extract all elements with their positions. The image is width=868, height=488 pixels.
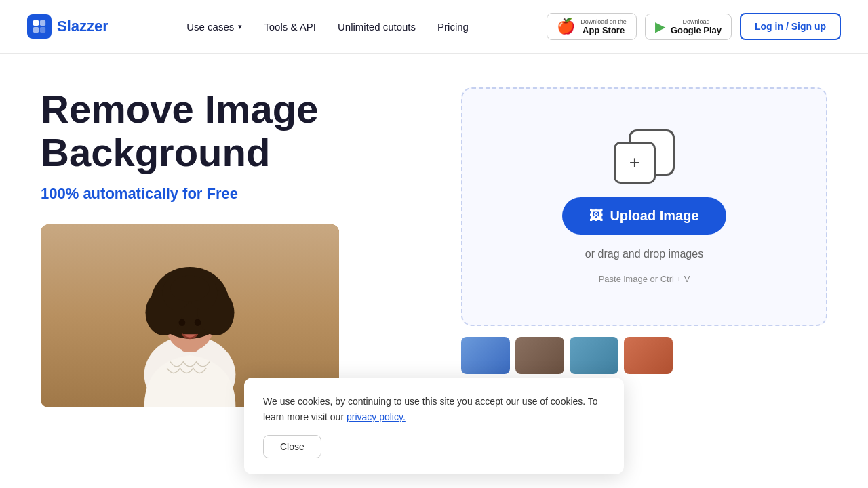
main-content: Remove Image Background 100% automatical… bbox=[0, 87, 868, 407]
logo-link[interactable]: Slazzer bbox=[27, 14, 108, 39]
svg-rect-0 bbox=[33, 20, 39, 26]
svg-rect-1 bbox=[40, 20, 45, 26]
google-play-button[interactable]: ▶ Download Google Play bbox=[645, 14, 732, 40]
nav-tools-api[interactable]: Tools & API bbox=[264, 21, 316, 33]
sample-thumb-1[interactable] bbox=[461, 337, 510, 374]
upload-dropzone[interactable]: + 🖼 Upload Image or drag and drop images… bbox=[461, 87, 827, 326]
google-play-icon: ▶ bbox=[655, 18, 665, 35]
app-store-button[interactable]: 🍎 Download on the App Store bbox=[547, 13, 637, 40]
apple-icon: 🍎 bbox=[557, 18, 575, 35]
cookie-message: We use cookies, by continuing to use thi… bbox=[263, 394, 605, 424]
paste-hint-text: Paste image or Ctrl + V bbox=[599, 274, 690, 284]
sample-thumb-2[interactable] bbox=[515, 337, 564, 374]
svg-point-14 bbox=[195, 319, 201, 326]
nav-use-cases[interactable]: Use cases ▾ bbox=[186, 21, 242, 33]
image-upload-icon: 🖼 bbox=[589, 208, 603, 224]
nav-links: Use cases ▾ Tools & API Unlimited cutout… bbox=[186, 21, 469, 33]
logo-text: Slazzer bbox=[57, 18, 108, 35]
cookie-banner: We use cookies, by continuing to use thi… bbox=[244, 378, 624, 474]
drag-drop-text: or drag and drop images bbox=[585, 248, 703, 260]
left-content: Remove Image Background 100% automatical… bbox=[41, 87, 434, 407]
nav-pricing[interactable]: Pricing bbox=[437, 21, 469, 33]
plus-icon: + bbox=[629, 152, 640, 174]
svg-point-13 bbox=[179, 319, 186, 326]
upload-image-button[interactable]: 🖼 Upload Image bbox=[562, 197, 726, 235]
svg-rect-3 bbox=[40, 27, 45, 33]
nav-right: 🍎 Download on the App Store ▶ Download G… bbox=[547, 13, 841, 40]
sample-thumb-3[interactable] bbox=[570, 337, 618, 374]
cookie-close-button[interactable]: Close bbox=[263, 435, 321, 458]
logo-icon bbox=[27, 14, 52, 39]
hero-title: Remove Image Background bbox=[41, 87, 434, 174]
svg-rect-2 bbox=[33, 27, 39, 33]
navbar: Slazzer Use cases ▾ Tools & API Unlimite… bbox=[0, 0, 868, 54]
privacy-policy-link[interactable]: privacy policy. bbox=[347, 411, 406, 422]
svg-point-12 bbox=[170, 275, 210, 302]
upload-icon: + bbox=[614, 129, 675, 184]
chevron-down-icon: ▾ bbox=[238, 22, 242, 31]
nav-unlimited-cutouts[interactable]: Unlimited cutouts bbox=[338, 21, 416, 33]
login-signup-button[interactable]: Log in / Sign up bbox=[740, 13, 841, 40]
sample-thumb-4[interactable] bbox=[624, 337, 673, 374]
upload-icon-front: + bbox=[614, 142, 656, 184]
sample-thumbnails bbox=[461, 337, 827, 374]
hero-subtitle: 100% automatically for Free bbox=[41, 185, 434, 203]
upload-section: + 🖼 Upload Image or drag and drop images… bbox=[461, 87, 827, 374]
